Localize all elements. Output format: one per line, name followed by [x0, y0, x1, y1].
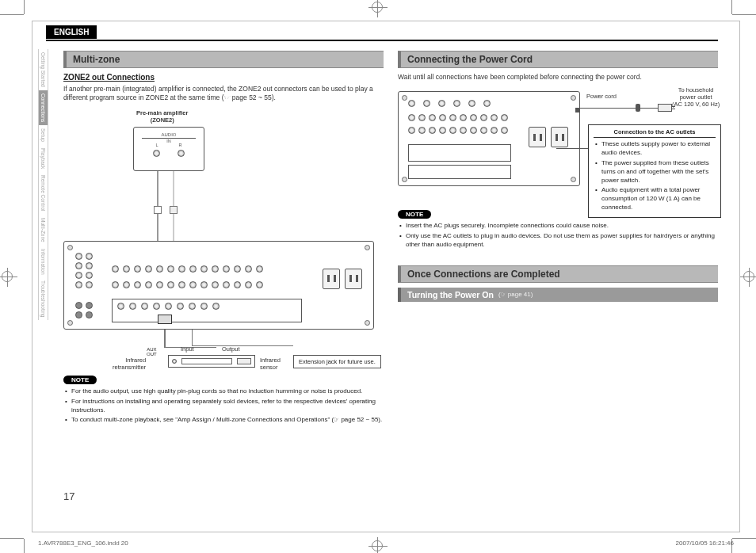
left-note-1: For the audio output, use high quality p… — [65, 387, 384, 396]
left-note-2: For instructions on installing and opera… — [65, 398, 384, 415]
household-lbl: To household power outlet (AC 120 V, 60 … — [672, 86, 720, 108]
ext-jack-callout: Extension jack for future use. — [293, 355, 381, 368]
power-panel-diagram — [398, 91, 580, 186]
premain-r: R — [179, 143, 182, 148]
ac-conn-2: The power supplied from these outlets tu… — [595, 159, 716, 185]
premain-box: AUDIO IN LR — [133, 127, 204, 171]
language-tab: ENGLISH — [46, 25, 97, 39]
ir-sensor-lbl: Infrared sensor — [260, 357, 281, 371]
right-note-1: Insert the AC plugs securely. Incomplete… — [399, 222, 718, 231]
ac-outlet-title: Connection to the AC outlets — [594, 128, 716, 138]
section-multizone: Multi-zone — [63, 51, 384, 68]
sidebar-item-playback[interactable]: Playback — [38, 145, 48, 172]
ac-outlet-callout: Connection to the AC outlets These outle… — [588, 124, 721, 217]
section-powercord: Connecting the Power Cord — [398, 51, 718, 68]
subsection-turning-on: Turning the Power On (☞ page 41) — [398, 288, 718, 302]
ir-device — [168, 355, 255, 368]
powercord-wait: Wait until all connections have been com… — [398, 73, 718, 82]
header-rule — [46, 40, 718, 41]
section-once-completed: Once Connections are Completed — [398, 265, 718, 283]
note-pill-right: NOTE — [398, 210, 431, 219]
premain-label: Pre-main amplifier (ZONE2) — [136, 109, 188, 124]
imposition-footer-right: 2007/10/05 16:21:46 — [676, 540, 734, 547]
turning-on-ref: (☞ page 41) — [498, 291, 533, 298]
left-column: Multi-zone ZONE2 out Connections If anot… — [63, 49, 384, 505]
ac-conn-1: These outlets supply power to external a… — [595, 140, 716, 158]
output-lbl: Output — [222, 345, 240, 353]
premain-audio-lbl: AUDIO — [161, 132, 176, 137]
side-nav: Getting Started Connections Setup Playba… — [38, 49, 54, 382]
zone2-intro: If another pre-main (integrated) amplifi… — [63, 85, 384, 103]
right-note-2: Only use the AC outlets to plug in audio… — [399, 232, 718, 250]
page-number: 17 — [63, 490, 74, 502]
subsection-zone2: ZONE2 out Connections — [63, 73, 384, 82]
sidebar-item-troubleshooting[interactable]: Troubleshooting — [38, 277, 48, 320]
premain-l: L — [155, 143, 158, 148]
sidebar-item-remote[interactable]: Remote Control — [38, 172, 48, 215]
sidebar-item-connections[interactable]: Connections — [38, 90, 48, 125]
note-pill-left: NOTE — [63, 376, 97, 384]
ac-conn-3: Audio equipment with a total power consu… — [595, 186, 716, 212]
manual-page: ENGLISH Getting Started Connections Setu… — [38, 25, 718, 505]
turning-on-label: Turning the Power On — [407, 290, 494, 299]
left-note-3: To conduct multi-zone playback, see "Amp… — [65, 416, 384, 425]
sidebar-item-getting-started[interactable]: Getting Started — [38, 49, 48, 90]
aux-out-lbl: AUX OUT — [147, 347, 157, 357]
right-column: Connecting the Power Cord Wait until all… — [398, 49, 718, 505]
sidebar-item-setup[interactable]: Setup — [38, 125, 48, 145]
power-cord-lbl: Power cord — [586, 93, 617, 100]
input-lbl: Input — [181, 345, 194, 353]
right-notes: Insert the AC plugs securely. Incomplete… — [399, 222, 718, 249]
imposition-footer-left: 1.AVR788E3_ENG_106.indd 20 — [38, 540, 128, 547]
sidebar-item-information[interactable]: Information — [38, 246, 48, 278]
left-notes: For the audio output, use high quality p… — [65, 387, 384, 425]
rear-panel-diagram — [63, 241, 374, 330]
sidebar-item-multizone[interactable]: Multi-Zone — [38, 215, 48, 246]
ir-retrans-lbl: Infrared retransmitter — [113, 357, 146, 371]
